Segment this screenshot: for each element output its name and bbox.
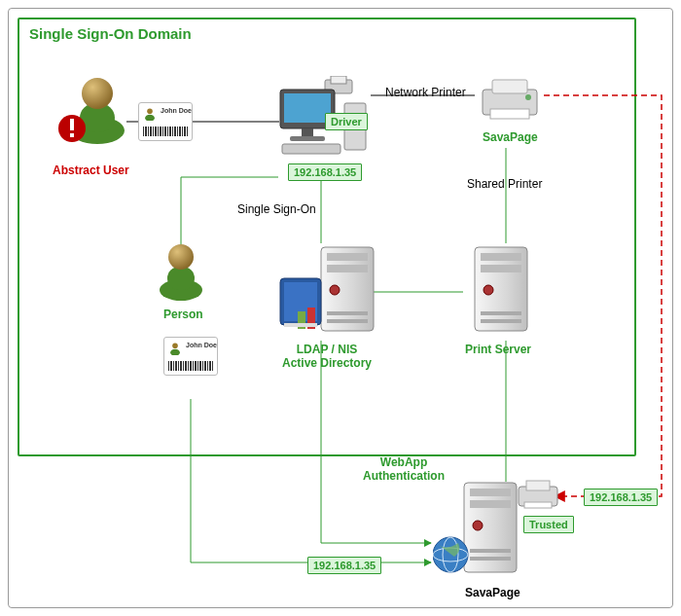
person-label: Person — [163, 308, 203, 321]
svg-rect-38 — [327, 253, 368, 261]
driver-badge: Driver — [325, 113, 368, 130]
svg-rect-55 — [470, 489, 511, 496]
diagram-canvas: Single Sign-On Domain — [0, 0, 681, 616]
ldap-label: LDAP / NIS Active Directory — [269, 343, 385, 370]
svg-rect-50 — [481, 265, 521, 272]
network-printer-icon — [475, 76, 545, 125]
person-icon — [150, 239, 212, 302]
svg-point-31 — [525, 94, 531, 100]
svg-point-40 — [330, 285, 340, 295]
svg-point-18 — [147, 108, 153, 114]
svg-rect-23 — [284, 93, 331, 123]
svg-rect-25 — [290, 136, 325, 141]
svg-rect-53 — [481, 319, 521, 323]
svg-rect-59 — [470, 557, 511, 561]
svg-rect-47 — [284, 323, 317, 327]
svg-point-63 — [433, 537, 468, 572]
savapage-ip-bottom: 192.168.1.35 — [307, 557, 381, 574]
svg-rect-39 — [327, 265, 368, 272]
idcard-abstract: John Doe — [138, 102, 193, 141]
svg-rect-62 — [524, 502, 552, 508]
svg-rect-49 — [481, 253, 521, 261]
svg-rect-24 — [302, 128, 313, 136]
shared-printer-label: Shared Printer — [467, 177, 542, 191]
svg-point-35 — [172, 343, 178, 348]
svg-rect-52 — [481, 311, 521, 315]
svg-rect-21 — [331, 76, 346, 84]
svg-rect-33 — [167, 267, 195, 290]
svg-point-36 — [170, 349, 180, 355]
svg-point-14 — [82, 78, 113, 109]
svg-rect-56 — [470, 500, 511, 508]
print-server-icon — [467, 241, 535, 339]
ldap-server-icon — [274, 241, 381, 339]
svg-point-19 — [145, 115, 155, 121]
workstation-ip: 192.168.1.35 — [288, 163, 362, 181]
svg-point-34 — [168, 244, 194, 270]
network-printer-edge-label: Network Printer — [385, 86, 466, 99]
svg-rect-30 — [490, 109, 529, 119]
svg-rect-61 — [526, 481, 550, 490]
idcard-person: John Doe — [163, 337, 218, 376]
svg-rect-58 — [470, 549, 511, 553]
abstract-user-icon — [58, 70, 136, 148]
sso-edge-label: Single Sign-On — [237, 202, 316, 216]
trusted-badge: Trusted — [523, 516, 574, 533]
svg-point-57 — [473, 521, 483, 530]
abstract-user-label: Abstract User — [53, 163, 129, 177]
svg-point-51 — [484, 285, 493, 295]
printer-brand-label: SavaPage — [483, 130, 538, 144]
savapage-ip-right: 192.168.1.35 — [584, 489, 658, 506]
svg-rect-42 — [327, 319, 368, 323]
svg-rect-26 — [282, 144, 340, 154]
svg-rect-29 — [492, 80, 527, 93]
print-server-label: Print Server — [465, 343, 531, 356]
svg-rect-17 — [70, 133, 74, 137]
domain-title: Single Sign-On Domain — [29, 25, 192, 42]
svg-rect-41 — [327, 311, 368, 315]
svg-rect-16 — [70, 119, 74, 130]
savapage-label: SavaPage — [465, 586, 520, 599]
